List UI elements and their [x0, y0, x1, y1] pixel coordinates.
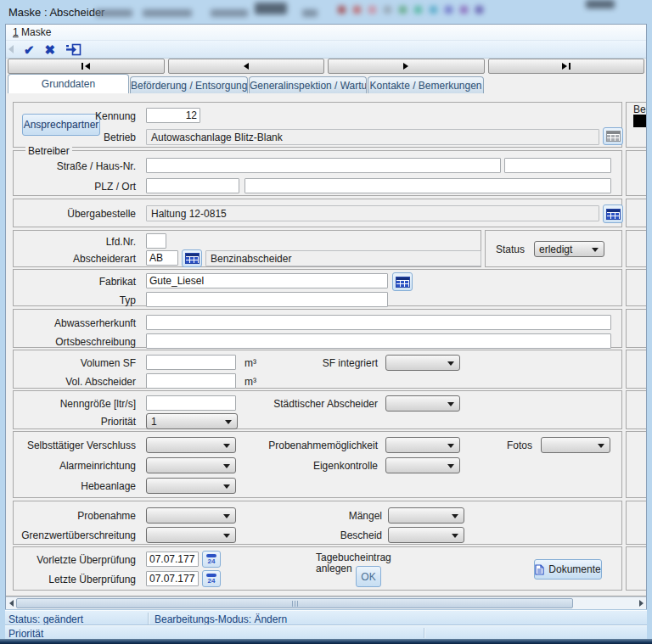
letzte-ueberpruefung-label: Letzte Überprüfung — [48, 574, 136, 585]
section-status: Status erledigt — [485, 230, 622, 267]
close-mask-icon[interactable] — [65, 43, 82, 56]
nenngroesse-input[interactable] — [146, 395, 236, 411]
grenzwertueberschreitung-label: Grenzwertüberschreitung — [21, 529, 136, 541]
strasse-input[interactable] — [146, 158, 501, 173]
kennung-input[interactable] — [146, 108, 200, 123]
menu-item-maske[interactable]: 1 Maske — [13, 26, 51, 38]
fotos-select[interactable] — [541, 437, 610, 453]
probenahme-select[interactable] — [146, 507, 236, 524]
section-betreiber: Betreiber Straße / Haus-Nr. PLZ / Ort — [13, 150, 622, 196]
thumb-grip-icon — [297, 601, 298, 607]
selbsttaetiger-verschluss-select[interactable] — [146, 437, 236, 453]
blurred-toolbar-icon — [460, 6, 468, 14]
ort-input[interactable] — [244, 178, 611, 193]
hausnr-input[interactable] — [504, 158, 611, 173]
toolbar-grip-icon — [8, 45, 14, 53]
ortsbeschreibung-label: Ortsbeschreibung — [55, 336, 136, 348]
fotos-label: Fotos — [507, 440, 532, 451]
section-nenngroesse: Nenngröße [ltr/s] Städtischer Abscheider… — [13, 390, 622, 429]
probenahmemoeglichkeit-select[interactable] — [385, 437, 460, 453]
clipped-section — [626, 501, 646, 545]
lfdnr-input[interactable] — [146, 233, 166, 249]
grenzwertueberschreitung-select[interactable] — [146, 527, 236, 543]
abscheiderart-code-input[interactable] — [146, 250, 178, 266]
tab-kontakte-bemerkungen[interactable]: Kontakte / Bemerkungen — [368, 76, 484, 93]
betreiber-legend: Betreiber — [25, 145, 72, 157]
section-volumen: Volumen SF m³ SF integriert Vol. Abschei… — [13, 350, 622, 389]
plz-input[interactable] — [146, 178, 239, 193]
maengel-select[interactable] — [388, 507, 464, 524]
nav-last-button[interactable] — [488, 59, 645, 74]
nav-next-button[interactable] — [328, 59, 485, 74]
section-beschreibung: Abwasserherkunft Ortsbeschreibung — [13, 309, 622, 348]
abwasserherkunft-label: Abwasserherkunft — [54, 317, 136, 329]
nav-previous-button[interactable] — [168, 59, 325, 74]
confirm-check-icon[interactable]: ✔ — [24, 43, 35, 56]
prioritaet-select[interactable]: 1 — [146, 413, 238, 429]
thumb-grip-icon — [295, 601, 295, 607]
status-label: Status — [496, 244, 525, 255]
scroll-left-button[interactable] — [7, 599, 15, 608]
betrieb-lookup-button[interactable] — [603, 127, 623, 145]
vorletzte-ueberpruefung-label: Vorletzte Überprüfung — [37, 554, 136, 566]
eigenkontrolle-label: Eigenkontrolle — [313, 460, 378, 472]
scrollbar-thumb[interactable] — [16, 598, 573, 608]
first-record-icon — [85, 63, 90, 70]
table-icon — [606, 131, 621, 142]
ansprechpartner-button[interactable]: Ansprechpartner — [22, 114, 100, 136]
prioritaet-label: Priorität — [101, 416, 136, 428]
uebergabestelle-lookup-button[interactable] — [603, 204, 623, 223]
tab-befoerderung-entsorgung[interactable]: Beförderung / Entsorgung — [130, 76, 248, 93]
scroll-right-button[interactable] — [637, 599, 645, 608]
eigenkontrolle-select[interactable] — [385, 457, 460, 473]
nav-first-button[interactable] — [8, 59, 165, 74]
abwasserherkunft-input[interactable] — [146, 315, 611, 330]
sf-integriert-select[interactable] — [385, 355, 460, 371]
alarmeinrichtung-select[interactable] — [146, 457, 236, 473]
blurred-menu-item — [211, 9, 248, 17]
tool-bar: ✔ ✖ — [6, 41, 646, 59]
first-record-icon — [82, 63, 83, 70]
menu-bar: 1 Maske — [6, 25, 646, 41]
betrieb-value: Autowaschanlage Blitz-Blank — [151, 132, 283, 143]
vol-abscheider-label: Vol. Abscheider — [65, 376, 136, 388]
title-bar[interactable]: Maske : Abscheider — [0, 0, 652, 24]
hebeanlage-select[interactable] — [146, 478, 236, 494]
volumen-sf-input[interactable] — [146, 355, 236, 370]
form-scroll-area: Ansprechpartner Kennung Betrieb Autowasc… — [6, 93, 646, 596]
blurred-toolbar-icon — [445, 6, 452, 14]
blurred-toolbar-icon — [368, 6, 376, 14]
fabrikat-lookup-button[interactable] — [392, 272, 413, 291]
volumen-sf-label: Volumen SF — [81, 357, 136, 369]
typ-input[interactable] — [146, 292, 388, 307]
clipped-section — [626, 150, 646, 196]
status-select[interactable]: erledigt — [534, 241, 604, 257]
section-stammdaten: Ansprechpartner Kennung Betrieb Autowasc… — [13, 102, 622, 148]
section-uebergabestelle: Übergabestelle Haltung 12-0815 — [13, 199, 622, 227]
strasse-label: Straße / Haus-Nr. — [57, 160, 136, 172]
tab-grunddaten[interactable]: Grunddaten — [8, 74, 129, 93]
clipped-section — [626, 309, 646, 348]
letzte-ueberpruefung-input[interactable] — [146, 571, 199, 586]
cancel-x-icon[interactable]: ✖ — [45, 43, 56, 56]
abscheiderart-name-value: Benzinabscheider — [211, 253, 291, 265]
ortsbeschreibung-input[interactable] — [146, 333, 611, 349]
vorletzte-calendar-button[interactable]: 24 — [202, 551, 221, 568]
dokumente-button[interactable]: Dokumente — [534, 559, 602, 580]
abscheiderart-lookup-button[interactable] — [182, 249, 202, 267]
sf-integriert-label: SF integriert — [323, 357, 378, 369]
scroll-left-icon — [9, 600, 14, 607]
vorletzte-ueberpruefung-input[interactable] — [146, 552, 199, 567]
staedtischer-abscheider-select[interactable] — [385, 395, 460, 412]
bescheid-label: Bescheid — [340, 529, 382, 541]
tab-generalinspektion-wartung[interactable]: Generalinspektion / Wartung — [249, 76, 367, 93]
edit-mode-text: Bearbeitungs-Modus: Ändern — [155, 613, 287, 625]
bescheid-select[interactable] — [388, 527, 464, 543]
fabrikat-input[interactable] — [146, 273, 388, 288]
horizontal-scrollbar[interactable] — [6, 596, 646, 609]
status-bar-row2: Priorität — [5, 625, 647, 640]
letzte-calendar-button[interactable]: 24 — [202, 570, 221, 587]
vol-abscheider-input[interactable] — [146, 373, 236, 389]
tagebuch-ok-button[interactable]: OK — [356, 566, 381, 587]
nenngroesse-label: Nenngröße [ltr/s] — [60, 398, 136, 410]
